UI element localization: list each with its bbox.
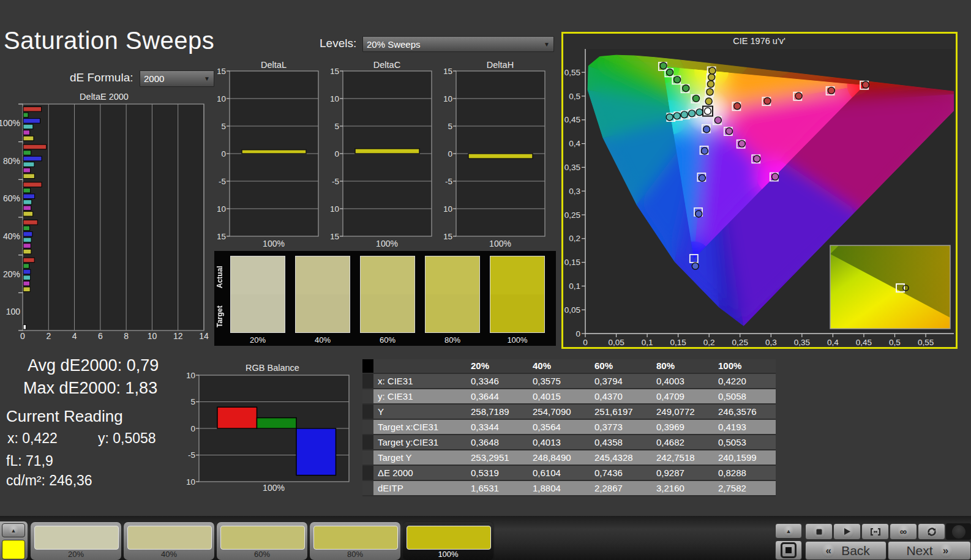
- svg-text:0,25: 0,25: [732, 338, 748, 347]
- svg-text:0,5: 0,5: [889, 338, 901, 347]
- arrow-up-icon: ▲: [783, 526, 794, 537]
- row-value-cell: 0,5319: [467, 466, 528, 481]
- current-reading-label: Current Reading: [6, 407, 123, 426]
- patch-color-swatch: [34, 526, 119, 550]
- actual-swatch: [231, 256, 285, 294]
- svg-text:-15: -15: [331, 232, 339, 241]
- reading-y: y: 0,5058: [98, 430, 156, 447]
- row-spacer-cell: [362, 481, 373, 496]
- page-title: Saturation Sweeps: [4, 27, 214, 54]
- dark-circle-icon: [952, 525, 965, 539]
- patch-button-100%[interactable]: 100%: [403, 522, 493, 560]
- row-value-cell: 246,3576: [714, 405, 776, 420]
- patch-button-80%[interactable]: 80%: [310, 522, 400, 560]
- svg-text:0,3: 0,3: [569, 187, 580, 196]
- actual-target-swatch-strip: Actual Target 20%40%60%80%100%: [214, 251, 556, 346]
- svg-text:20%: 20%: [3, 269, 20, 279]
- continuous-measure-button[interactable]: ∞: [890, 523, 917, 540]
- deltac-chart: DeltaC151050-5-10-15100%: [331, 60, 435, 251]
- cie-1976-panel[interactable]: CIE 1976 u'v'00,050,10,150,20,250,30,350…: [561, 32, 958, 349]
- row-label-cell: Target x:CIE31: [373, 420, 467, 435]
- svg-text:100%: 100%: [376, 239, 398, 248]
- sat-swatch-label: 40%: [289, 335, 356, 345]
- row-spacer-cell: [362, 450, 373, 466]
- svg-text:0,15: 0,15: [564, 258, 580, 267]
- row-value-cell: 0,4003: [652, 374, 714, 389]
- row-spacer-cell: [362, 420, 373, 435]
- chevron-down-icon: ▼: [204, 75, 210, 82]
- de-formula-label: dE Formula:: [70, 71, 133, 84]
- svg-text:0: 0: [448, 149, 452, 159]
- next-button[interactable]: Next »: [888, 541, 971, 560]
- sat-swatch: [360, 256, 415, 333]
- svg-text:-15: -15: [444, 232, 452, 241]
- svg-text:15: 15: [331, 67, 339, 76]
- patch-preview-panel: ▲: [0, 521, 28, 560]
- row-value-cell: 0,7436: [590, 466, 652, 481]
- patch-button-label: 80%: [310, 550, 400, 559]
- arrow-up-icon: ▲: [8, 525, 19, 536]
- patch-button-60%[interactable]: 60%: [217, 522, 307, 560]
- patch-button-40%[interactable]: 40%: [124, 522, 214, 560]
- sat-swatch-label: 100%: [484, 335, 551, 345]
- svg-text:0,35: 0,35: [794, 338, 810, 347]
- svg-text:5: 5: [334, 122, 339, 131]
- row-value-cell: 249,0772: [652, 405, 714, 420]
- patch-button-label: 20%: [31, 550, 121, 559]
- svg-text:10: 10: [331, 94, 339, 103]
- svg-text:0,55: 0,55: [564, 68, 580, 77]
- reading-fl: fL: 71,9: [6, 453, 53, 469]
- row-value-cell: 2,7582: [714, 481, 776, 496]
- svg-text:60%: 60%: [3, 193, 20, 203]
- svg-text:DeltaL: DeltaL: [261, 60, 287, 70]
- patch-button-label: 100%: [403, 550, 493, 559]
- display-window-button[interactable]: [775, 540, 802, 560]
- patch-button-20%[interactable]: 20%: [31, 522, 121, 560]
- table-row: dEITP1,65311,88042,28673,21602,7582: [362, 481, 776, 496]
- row-value-cell: 0,5053: [714, 435, 776, 450]
- table-header-cell: 40%: [528, 359, 590, 374]
- row-value-cell: 0,4193: [714, 420, 776, 435]
- refresh-button[interactable]: [918, 523, 945, 540]
- row-value-cell: 0,3969: [652, 420, 714, 435]
- patch-color-swatch: [127, 526, 212, 550]
- deltal-chart: DeltaL151050-5-10-15100%: [217, 60, 321, 251]
- stop-measure-button[interactable]: [805, 523, 833, 540]
- table-row: Y258,7189254,7090251,6197249,0772246,357…: [362, 405, 776, 420]
- row-value-cell: 0,9287: [652, 466, 714, 481]
- table-header-row: 20%40%60%80%100%: [362, 359, 776, 374]
- svg-text:14: 14: [199, 331, 209, 341]
- expand-controls-button[interactable]: ▲: [775, 523, 802, 539]
- row-value-cell: 0,3773: [590, 420, 652, 435]
- sat-swatch-label: 20%: [224, 335, 291, 345]
- expand-patch-panel-button[interactable]: ▲: [2, 523, 25, 537]
- play-measure-button[interactable]: [833, 523, 861, 540]
- svg-text:8: 8: [124, 331, 129, 341]
- sat-swatch: [425, 256, 480, 333]
- table-header-cell: 100%: [714, 359, 776, 374]
- active-patch-preview[interactable]: [2, 540, 25, 559]
- table-header-cell: 60%: [590, 359, 652, 374]
- single-measure-button[interactable]: [861, 523, 889, 540]
- svg-text:15: 15: [217, 67, 226, 76]
- de-formula-value: 2000: [144, 73, 164, 84]
- svg-text:10: 10: [187, 371, 195, 380]
- svg-text:10: 10: [444, 94, 452, 103]
- svg-text:-5: -5: [445, 177, 452, 186]
- next-button-label: Next: [906, 543, 932, 558]
- row-value-cell: 0,3794: [590, 374, 652, 389]
- back-button[interactable]: « Back: [805, 541, 887, 560]
- svg-text:DeltaC: DeltaC: [373, 60, 400, 70]
- chevrons-left-icon: «: [822, 544, 835, 558]
- target-swatch: [490, 294, 544, 332]
- svg-text:-5: -5: [219, 177, 226, 186]
- levels-dropdown[interactable]: 20% Sweeps ▼: [362, 36, 554, 52]
- row-value-cell: 242,7518: [652, 450, 714, 466]
- svg-text:-10: -10: [331, 204, 339, 214]
- de-formula-dropdown[interactable]: 2000 ▼: [140, 70, 214, 87]
- svg-text:0,2: 0,2: [703, 338, 715, 347]
- svg-text:0: 0: [575, 329, 580, 338]
- measure-bracket-icon: [869, 525, 882, 539]
- table-header-cell: 80%: [652, 359, 714, 374]
- svg-text:10: 10: [217, 94, 226, 103]
